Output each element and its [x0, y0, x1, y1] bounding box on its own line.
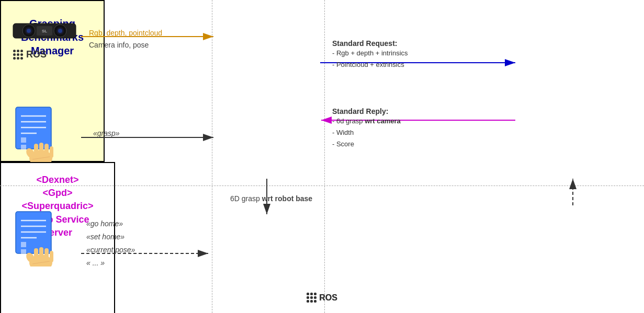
go-home-label: «go home»	[86, 219, 123, 228]
ellipsis-label: « ... »	[86, 259, 105, 267]
svg-rect-32	[34, 144, 38, 157]
std-request-item1: - Rgb + depth + intrinsics	[332, 48, 408, 59]
svg-point-19	[58, 29, 62, 33]
grasp-label: «grasp»	[93, 129, 120, 137]
camera-area: SL ROS	[10, 16, 84, 60]
std-reply-item2: - Width	[332, 127, 401, 138]
svg-point-16	[27, 29, 31, 33]
svg-rect-48	[44, 248, 49, 262]
vline-1	[212, 0, 212, 313]
svg-rect-46	[34, 248, 38, 261]
sixd-label: 6D grasp wrt robot base	[230, 194, 312, 203]
gss-line1: <Dexnet>	[1, 173, 114, 187]
svg-rect-49	[50, 251, 53, 262]
std-reply-title: Standard Reply:	[332, 107, 401, 115]
svg-rect-47	[39, 247, 43, 262]
svg-rect-35	[50, 146, 53, 158]
camera-label-2: Camera info, pose	[89, 41, 149, 49]
camera-label-1: Rgb, depth, pointcloud	[89, 29, 162, 37]
gss-ros-text: ROS	[319, 293, 337, 303]
set-home-label: «set home»	[86, 233, 125, 241]
vline-2	[324, 0, 325, 313]
camera-icon: SL	[10, 16, 84, 44]
svg-text:SL: SL	[42, 29, 47, 33]
diagram: SL ROS Rgb, depth, pointcloud Camera inf…	[0, 0, 644, 313]
gss-line2: <Gpd>	[1, 187, 114, 200]
std-request-title: Standard Request:	[332, 39, 408, 48]
std-request-item2: - Pointcloud + extrinsics	[332, 59, 408, 71]
camera-ros-text: ROS	[26, 49, 47, 60]
svg-rect-29	[21, 145, 26, 150]
std-reply-section: Standard Reply: - 6d grasp wrt camera - …	[332, 107, 401, 150]
std-request-section: Standard Request: - Rgb + depth + intrin…	[332, 39, 408, 71]
doc-icon-top	[10, 105, 68, 164]
std-reply-item3: - Score	[332, 138, 401, 150]
current-pose-label: «current pose»	[86, 246, 135, 254]
svg-rect-34	[44, 144, 49, 157]
hline-1	[0, 186, 644, 186]
gss-ros: ROS	[0, 293, 644, 303]
std-reply-item1: - 6d grasp wrt camera	[332, 115, 401, 127]
svg-rect-43	[21, 249, 26, 254]
svg-rect-33	[39, 143, 43, 157]
svg-rect-42	[21, 242, 26, 247]
std-request-items: - Rgb + depth + intrinsics - Pointcloud …	[332, 48, 408, 71]
doc-icon-bottom	[10, 209, 68, 269]
std-reply-items: - 6d grasp wrt camera - Width - Score	[332, 115, 401, 150]
camera-ros-label: ROS	[10, 49, 84, 60]
svg-rect-28	[21, 137, 26, 143]
